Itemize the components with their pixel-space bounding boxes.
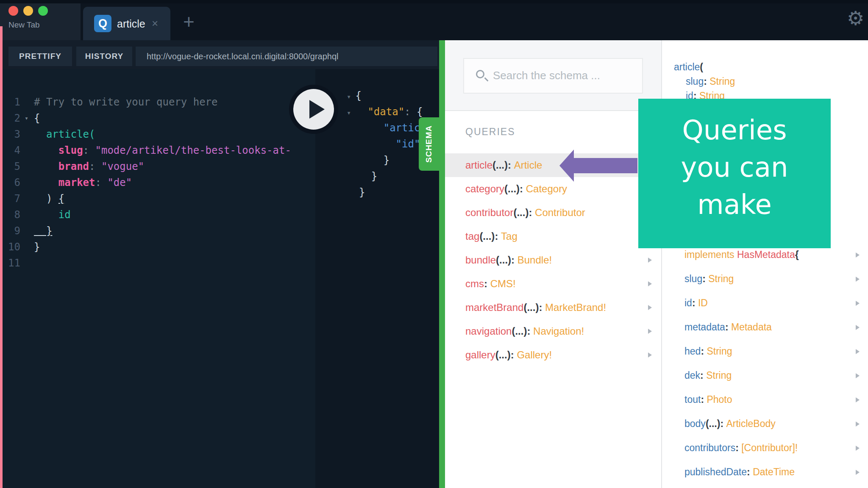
list-item[interactable]: slug: String	[662, 74, 868, 89]
minimize-window-button[interactable]	[23, 6, 33, 16]
schema-docs-panel: Search the schema ... QUERIES article(..…	[445, 40, 661, 488]
code-token: "mode/artikel/the-best-looks-at-	[95, 142, 291, 158]
expand-chevron-icon[interactable]	[856, 446, 860, 451]
code-token: Navigation!	[533, 325, 584, 337]
code-token: :	[747, 466, 753, 478]
list-item[interactable]: bundle(...): Bundle!	[445, 248, 661, 272]
expand-chevron-icon[interactable]	[856, 349, 860, 354]
code-token: ▾	[347, 108, 355, 117]
code-token: gallery	[465, 349, 495, 361]
schema-tab-button[interactable]: SCHEMA	[419, 117, 439, 171]
line-number: 3	[0, 126, 25, 142]
code-token: :	[83, 142, 95, 158]
code-token: [Contributor]!	[741, 442, 798, 454]
code-token: (...)	[504, 183, 520, 195]
graphql-playground-window: New Tab Q article × + ⚙ PRETTIFY HISTORY…	[0, 0, 868, 488]
code-token: id	[34, 207, 71, 223]
code-token: (...)	[706, 418, 721, 430]
schema-search-input[interactable]: Search the schema ...	[463, 58, 643, 94]
tab-article[interactable]: Q article ×	[83, 7, 170, 40]
list-item[interactable]: contributor(...): Contributor	[445, 201, 661, 225]
expand-chevron-icon[interactable]	[856, 373, 860, 378]
code-token: :	[508, 159, 514, 171]
code-token: market	[34, 175, 95, 191]
list-item[interactable]: contributors: [Contributor]!	[662, 436, 868, 460]
fold-arrow-icon	[25, 239, 34, 255]
tab-close-icon[interactable]: ×	[152, 17, 158, 30]
expand-chevron-icon[interactable]	[648, 281, 652, 286]
expand-chevron-icon[interactable]	[856, 397, 860, 402]
list-item[interactable]: article(	[662, 60, 868, 74]
code-token: category	[465, 183, 504, 195]
list-item[interactable]: body(...): ArticleBody	[662, 412, 868, 436]
list-item[interactable]: cms: CMS!	[445, 272, 661, 296]
fold-arrow-icon	[25, 94, 34, 110]
code-token: id	[684, 297, 692, 309]
close-window-button[interactable]	[8, 6, 18, 16]
line-number: 9	[0, 223, 25, 239]
list-item[interactable]: marketBrand(...): MarketBrand!	[445, 296, 661, 319]
code-token: }	[34, 223, 52, 239]
fold-arrow-icon[interactable]: ▾	[25, 110, 34, 126]
code-token: article	[465, 159, 492, 171]
expand-chevron-icon[interactable]	[856, 470, 860, 475]
list-item[interactable]: tout: Photo	[662, 388, 868, 412]
play-circle	[293, 89, 334, 130]
list-item[interactable]: tag(...): Tag	[445, 225, 661, 248]
list-item[interactable]: dek: String	[662, 363, 868, 388]
list-item[interactable]: navigation(...): Navigation!	[445, 319, 661, 343]
code-token: bundle	[465, 254, 496, 266]
code-token: (...)	[512, 325, 527, 337]
new-tab-area[interactable]: New Tab	[0, 3, 81, 40]
query-editor-pane[interactable]: 1# Try to write your query here2▾{3 arti…	[0, 69, 439, 488]
expand-chevron-icon[interactable]	[648, 305, 652, 310]
list-item[interactable]: gallery(...): Gallery!	[445, 343, 661, 367]
list-item[interactable]: metadata: Metadata	[662, 315, 868, 339]
execute-query-button[interactable]	[289, 85, 338, 134]
code-token: Metadata	[731, 322, 772, 333]
expand-chevron-icon[interactable]	[856, 421, 860, 427]
expand-chevron-icon[interactable]	[856, 325, 860, 330]
code-token: publishedDate	[684, 466, 747, 478]
panel-divider[interactable]	[439, 40, 445, 488]
expand-chevron-icon[interactable]	[856, 277, 860, 282]
schema-tab-label: SCHEMA	[419, 117, 439, 171]
article-field-list: implements HasMetadata {slug: Stringid: …	[662, 243, 868, 484]
window-controls	[8, 6, 48, 16]
expand-chevron-icon[interactable]	[648, 329, 652, 334]
code-token: String	[708, 273, 734, 285]
maximize-window-button[interactable]	[38, 6, 48, 16]
expand-chevron-icon[interactable]	[856, 301, 860, 306]
code-token: :	[95, 175, 108, 191]
expand-chevron-icon[interactable]	[648, 258, 652, 263]
expand-chevron-icon[interactable]	[648, 352, 652, 358]
list-item[interactable]: hed: String	[662, 339, 868, 363]
code-token: hed	[684, 346, 701, 357]
code-line: 1# Try to write your query here	[0, 94, 315, 110]
callout-line: Queries	[638, 111, 831, 149]
code-token: :	[704, 76, 709, 87]
list-item[interactable]: publishedDate: DateTime	[662, 460, 868, 484]
list-item[interactable]: id: ID	[662, 291, 868, 315]
endpoint-url-field[interactable]: http://vogue-de-rocket.local.cni.digital…	[136, 47, 437, 66]
line-number: 5	[0, 158, 25, 175]
code-token: article	[674, 61, 700, 73]
code-token: (...)	[479, 230, 495, 242]
new-tab-button[interactable]: +	[183, 10, 195, 33]
code-line: 7 ) {	[0, 191, 315, 207]
expand-chevron-icon[interactable]	[856, 252, 860, 258]
code-token: Tag	[501, 230, 517, 242]
history-button[interactable]: HISTORY	[76, 47, 132, 66]
code-token: (...)	[496, 254, 511, 266]
code-line: 10}	[0, 239, 315, 255]
fold-arrow-icon	[25, 223, 34, 239]
line-number: 1	[0, 94, 25, 110]
search-placeholder: Search the schema ...	[493, 69, 600, 82]
query-code[interactable]: 1# Try to write your query here2▾{3 arti…	[0, 94, 315, 271]
list-item[interactable]: slug: String	[662, 267, 868, 291]
line-number: 11	[0, 255, 25, 271]
prettify-button[interactable]: PRETTIFY	[8, 47, 72, 66]
code-token: brand	[34, 158, 89, 175]
code-token: "artic	[347, 122, 420, 134]
settings-gear-icon[interactable]: ⚙	[847, 7, 864, 30]
